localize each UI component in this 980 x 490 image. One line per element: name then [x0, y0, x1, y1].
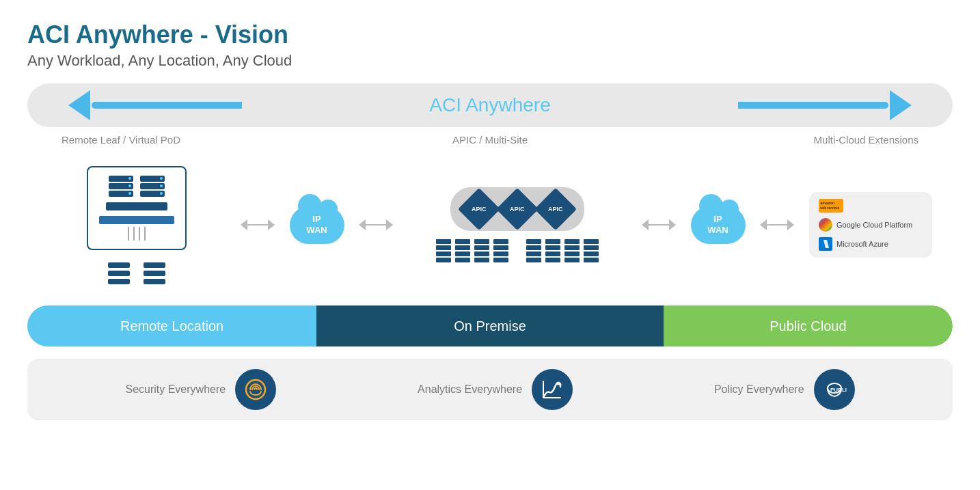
section-label-right: Multi-Cloud Extensions	[633, 134, 932, 146]
rack-server	[455, 258, 470, 262]
remote-leaf-section	[41, 166, 232, 284]
analytics-icon-circle	[532, 369, 573, 410]
server-unit	[140, 191, 165, 197]
multi-cloud-section: amazon web services Google Cloud Platfor…	[802, 192, 939, 258]
arrow-head-right	[669, 219, 676, 230]
arrow-line	[247, 224, 268, 226]
storage-unit-1	[108, 262, 130, 284]
server-unit	[140, 176, 165, 182]
arrow-head-right	[268, 219, 275, 230]
azure-icon	[819, 237, 832, 251]
cloud-label-left: IPWAN	[306, 214, 327, 235]
rack-server	[493, 251, 508, 256]
arrow-head-right	[386, 219, 393, 230]
left-arrow-line	[92, 102, 242, 109]
rack-server	[545, 251, 560, 256]
rack-server	[564, 251, 580, 256]
net-line	[128, 227, 129, 241]
arrow-right	[738, 90, 912, 120]
storage-disk	[144, 271, 165, 276]
rack-server	[526, 239, 541, 244]
security-label: Security Everywhere	[125, 383, 226, 396]
azure-provider-row: Microsoft Azure	[819, 237, 888, 251]
svg-text:amazon: amazon	[820, 201, 835, 205]
gcp-provider-row: Google Cloud Platform	[819, 218, 912, 232]
server-unit	[109, 191, 133, 197]
svg-text:web services: web services	[819, 206, 840, 210]
cloud-shape-left: IPWAN	[290, 206, 344, 244]
storage-row	[108, 262, 165, 284]
rack-server	[526, 251, 541, 256]
rack-server	[526, 245, 541, 250]
apic-diamond-3: APIC	[534, 188, 577, 230]
page-title: ACI Anywhere - Vision	[27, 21, 953, 49]
arrow-head-right	[787, 219, 794, 230]
rack-server	[584, 239, 599, 244]
right-arrowhead	[890, 90, 912, 120]
apic-pill: APIC APIC APIC	[450, 187, 584, 231]
rack-server	[455, 245, 470, 250]
page-subtitle: Any Workload, Any Location, Any Cloud	[27, 52, 953, 70]
connector-right	[760, 219, 794, 230]
policy-label: Policy Everywhere	[714, 383, 804, 396]
location-onprem: On Premise	[316, 305, 664, 346]
analytics-label: Analytics Everywhere	[418, 383, 522, 396]
left-arrowhead	[68, 90, 90, 120]
aws-provider-row: amazon web services	[819, 199, 843, 213]
location-cloud: Public Cloud	[664, 305, 953, 346]
connector-left	[241, 219, 275, 230]
arrow-left	[68, 90, 242, 120]
rack-server	[493, 258, 508, 262]
rack-server	[584, 245, 599, 250]
ip-wan-cloud-left: IPWAN	[283, 206, 351, 244]
right-arrow-line	[738, 102, 888, 109]
server-box	[87, 166, 187, 250]
rack-server	[564, 245, 580, 250]
network-switch	[106, 202, 167, 210]
location-remote: Remote Location	[27, 305, 316, 346]
aws-icon: amazon web services	[819, 199, 843, 213]
rack-unit	[493, 239, 508, 262]
policy-icon-circle: PUBLIC	[814, 369, 855, 410]
rack-unit	[436, 239, 451, 262]
rack-server	[564, 258, 580, 262]
policy-icon: PUBLIC	[822, 377, 847, 402]
rack-server	[545, 239, 560, 244]
connector-center-left	[359, 219, 393, 230]
server-icon-1	[109, 176, 133, 197]
network-lines	[128, 227, 146, 241]
arrow-line	[649, 224, 669, 226]
server-unit	[140, 183, 165, 189]
rack-server	[526, 258, 541, 262]
security-icon-circle	[235, 369, 276, 410]
analytics-icon	[540, 377, 564, 402]
rack-server	[545, 245, 560, 250]
ip-wan-cloud-right: IPWAN	[684, 206, 752, 244]
arrow-line	[366, 224, 386, 226]
rack-unit	[474, 239, 489, 262]
rack-server	[584, 258, 599, 262]
cloud-wrap-right: IPWAN	[691, 206, 746, 244]
network-switch-2	[99, 216, 174, 224]
arrow-head-left	[241, 219, 247, 230]
cloud-wrap-left: IPWAN	[290, 206, 344, 244]
arrow-head-left	[359, 219, 366, 230]
rack-gap	[513, 239, 522, 262]
arrow-head-left	[760, 219, 767, 230]
rack-server	[474, 258, 489, 262]
rack-unit	[526, 239, 541, 262]
cloud-provider-box: amazon web services Google Cloud Platfor…	[809, 192, 932, 258]
gcp-label: Google Cloud Platform	[836, 221, 912, 229]
fingerprint-icon	[243, 377, 268, 402]
rack-unit	[545, 239, 560, 262]
location-strip: Remote Location On Premise Public Cloud	[27, 305, 953, 346]
security-item: Security Everywhere	[125, 369, 276, 410]
gcp-icon	[819, 218, 832, 232]
apic-label-1: APIC	[472, 206, 487, 213]
apic-diamond-1: APIC	[458, 188, 500, 230]
storage-disk	[108, 262, 130, 268]
policy-item: Policy Everywhere PUBLIC	[714, 369, 855, 410]
apic-center-section: APIC APIC APIC	[401, 187, 634, 262]
section-label-center: APIC / Multi-Site	[347, 134, 633, 146]
rack-server	[436, 245, 451, 250]
